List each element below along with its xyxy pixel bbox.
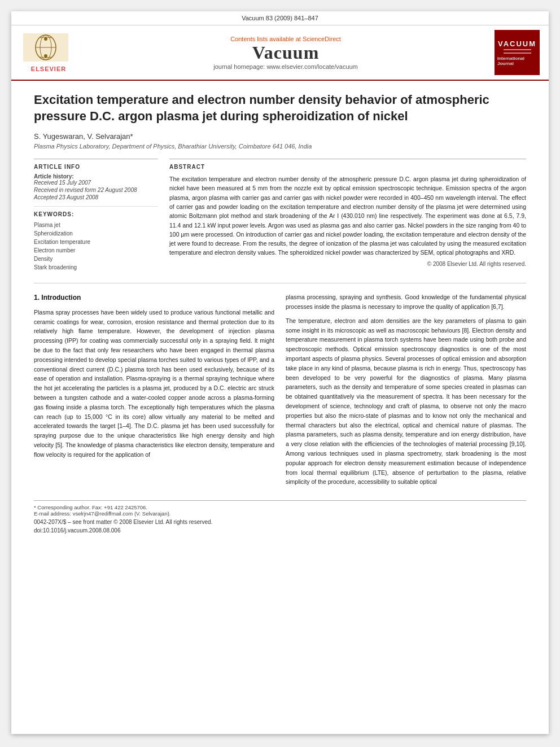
left-body-col: 1. Introduction Plasma spray processes h…: [34, 292, 274, 491]
history-accepted: Accepted 23 August 2008: [34, 194, 158, 200]
body-columns: 1. Introduction Plasma spray processes h…: [34, 292, 526, 491]
authors: S. Yugeswaran, V. Selvarajan*: [34, 132, 526, 141]
keyword-1: Plasma jet: [34, 221, 158, 229]
meta-bar: Vacuum 83 (2009) 841–847: [11, 11, 549, 25]
elsevier-logo: ELSEVIER: [20, 33, 77, 72]
article-info-title: ARTICLE INFO: [34, 164, 158, 170]
badge-subtitle: International Journal: [497, 56, 537, 66]
section-number: 1.: [34, 294, 40, 302]
sciencedirect-link[interactable]: Contents lists available at ScienceDirec…: [82, 36, 489, 42]
author-names: S. Yugeswaran, V. Selvarajan*: [34, 132, 133, 141]
abstract-section: ABSTRACT The excitation temperature and …: [169, 159, 526, 272]
elsevier-brand: ELSEVIER: [31, 65, 66, 72]
history-received: Received 15 July 2007: [34, 180, 158, 186]
journal-homepage: journal homepage: www.elsevier.com/locat…: [82, 63, 489, 70]
vacuum-badge: VACUUM International Journal: [495, 30, 540, 75]
keyword-5: Density: [34, 255, 158, 263]
article-info-abstract-row: ARTICLE INFO Article history: Received 1…: [34, 159, 526, 272]
svg-point-5: [44, 54, 47, 58]
badge-line-2: [504, 53, 531, 54]
email-note: E-mail address: vselrjn47@rediffmail.com…: [34, 510, 526, 517]
section-title: Introduction: [41, 294, 81, 302]
section-divider: [34, 283, 526, 283]
history-label: Article history:: [34, 173, 158, 180]
sciencedirect-name[interactable]: ScienceDirect: [303, 36, 341, 42]
abstract-title: ABSTRACT: [169, 164, 526, 170]
right-body-col: plasma processing, spraying and synthesi…: [286, 292, 526, 491]
article-history: Article history: Received 15 July 2007 R…: [34, 173, 158, 200]
abstract-text: The excitation temperature and electron …: [169, 174, 526, 257]
article-title: Excitation temperature and electron numb…: [34, 92, 526, 124]
keyword-2: Spheroidization: [34, 229, 158, 238]
elsevier-logo-image: [23, 33, 74, 64]
affiliation: Plasma Physics Laboratory, Department of…: [34, 143, 526, 150]
journal-name: Vacuum: [82, 42, 489, 63]
keyword-3: Excitation temperature: [34, 238, 158, 246]
page: Vacuum 83 (2009) 841–847 ELSEVIER: [11, 11, 549, 734]
journal-header: ELSEVIER Contents lists available at Sci…: [11, 25, 549, 81]
keywords-label: Keywords:: [34, 211, 158, 217]
intro-paragraph-1: Plasma spray processes have been widely …: [34, 308, 274, 460]
corresponding-note: * Corresponding author. Fax: +91 422 242…: [34, 504, 526, 510]
issn-note: 0042-207X/$ – see front matter © 2008 El…: [34, 519, 526, 525]
doi-note: doi:10.1016/j.vacuum.2008.08.006: [34, 527, 526, 534]
footer-note: * Corresponding author. Fax: +91 422 242…: [34, 500, 526, 534]
article-content: Excitation temperature and electron numb…: [11, 81, 549, 545]
svg-point-4: [44, 37, 47, 41]
keyword-4: Electron number: [34, 246, 158, 255]
copyright-line: © 2008 Elsevier Ltd. All rights reserved…: [169, 261, 526, 267]
intro-paragraph-3: The temperature, electron and atom densi…: [286, 316, 526, 487]
keyword-6: Stark broadening: [34, 263, 158, 272]
article-info-panel: ARTICLE INFO Article history: Received 1…: [34, 159, 158, 272]
introduction-heading: 1. Introduction: [34, 292, 274, 303]
intro-paragraph-2: plasma processing, spraying and synthesi…: [286, 292, 526, 312]
journal-reference: Vacuum 83 (2009) 841–847: [242, 15, 318, 21]
sciencedirect-prefix: Contents lists available at: [230, 36, 303, 42]
keywords-section: Keywords: Plasma jet Spheroidization Exc…: [34, 206, 158, 272]
badge-title: VACUUM: [498, 40, 536, 48]
journal-center: Contents lists available at ScienceDirec…: [82, 36, 489, 70]
badge-line-1: [504, 49, 531, 50]
history-revised: Received in revised form 22 August 2008: [34, 187, 158, 193]
